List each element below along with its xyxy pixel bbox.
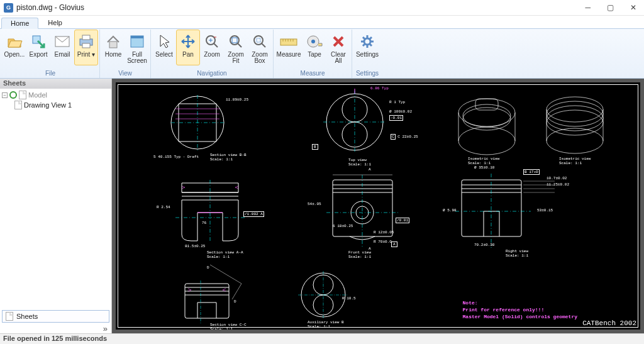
view-aux-b: R 10.5 Auxiliary view B Scale: 1:1	[292, 271, 361, 326]
svg-point-9	[230, 36, 239, 45]
svg-rect-3	[82, 35, 90, 40]
group-label-settings: Settings	[356, 70, 379, 78]
ribbon-group-file: Open... Export Email Print ▾ File	[1, 30, 100, 78]
minimize-button[interactable]: ─	[581, 2, 594, 13]
page-icon	[19, 91, 26, 99]
pan-button[interactable]: Pan	[176, 30, 200, 65]
zoombox-icon	[253, 32, 267, 51]
tree-root-label: Model	[28, 91, 47, 99]
dim: R 12±0.05	[374, 230, 394, 235]
window-title: piston.dwg - Glovius	[16, 3, 581, 12]
open-label: Open...	[4, 52, 25, 64]
zoombox-button[interactable]: Zoom Box	[248, 30, 272, 65]
fullscreen-label: Full Screen	[127, 52, 147, 64]
svg-text:D: D	[207, 265, 209, 270]
svg-rect-4	[82, 43, 90, 48]
sidebar-tab-label: Sheets	[16, 313, 38, 320]
export-label: Export	[30, 52, 48, 64]
svg-point-17	[10, 92, 16, 98]
settings-button[interactable]: Settings	[353, 30, 381, 65]
view-caption: Section view A-A Scale: 1:1	[207, 250, 243, 259]
arrow-label: A	[369, 167, 371, 172]
dim: R 70±0.0	[374, 240, 392, 244]
svg-rect-12	[257, 38, 260, 42]
view-section-aa: R 2.54 76 81.5±0.25 /1.002 A Section vie…	[163, 174, 264, 251]
view-iso: Isometric view Scale: 1:1 Isometric view…	[449, 87, 613, 162]
zoombox-label: Zoom Box	[252, 52, 268, 64]
dim: 11.25±0.02	[547, 182, 569, 187]
tab-home[interactable]: Home	[1, 18, 38, 29]
sidebar-tab-sheets[interactable]: Sheets	[2, 310, 109, 323]
email-icon	[55, 32, 70, 51]
sidebar: Sheets − Model Drawing View 1 Sheets »	[0, 79, 112, 333]
svg-point-11	[254, 36, 263, 45]
ribbon: Open... Export Email Print ▾ File	[0, 28, 644, 79]
view-caption: Section view B-B Scale: 1:1	[210, 153, 247, 162]
dim: R 10.5	[342, 296, 356, 301]
dim: 54±.05	[308, 202, 321, 206]
print-label: Print ▾	[77, 52, 95, 64]
open-button[interactable]: Open...	[3, 30, 26, 65]
tab-help[interactable]: Help	[38, 17, 72, 28]
drawing-canvas[interactable]: 11.89±0.25 5 40.155 Typ - Draft Section …	[116, 82, 640, 330]
view-caption: Isometric view Scale: 1:1	[559, 157, 591, 165]
close-button[interactable]: ✕	[626, 2, 640, 13]
view-top: 6.86 Typ R 1 Typ Ø 100±0.02 -0.01 C C 22…	[317, 87, 405, 162]
zoom-icon	[205, 32, 219, 51]
group-label-file: File	[45, 70, 55, 78]
sidebar-expand[interactable]: »	[0, 324, 111, 333]
view-right: Ø 35±0.10 B 17+0 10.7±0.02 11.25±0.02 Ø …	[443, 167, 569, 254]
clear-icon	[332, 32, 345, 51]
maximize-button[interactable]: ▢	[603, 2, 618, 13]
settings-label: Settings	[356, 52, 379, 64]
email-button[interactable]: Email	[50, 30, 74, 65]
view-section-cc: DD Section view C-C Scale: 1:1	[172, 265, 254, 330]
fullscreen-icon	[130, 32, 144, 51]
print-button[interactable]: Print ▾	[74, 30, 98, 65]
tape-button[interactable]: Tape	[303, 30, 326, 65]
dim: 10.7±0.02	[547, 176, 567, 180]
view-front: A 54±.05 6 18±0.25 R 12±0.05 R 70±0.0 /0…	[317, 167, 411, 254]
pan-label: Pan	[182, 52, 194, 64]
canvas-wrap: 11.89±0.25 5 40.155 Typ - Draft Section …	[112, 79, 644, 333]
tree[interactable]: − Model Drawing View 1	[0, 89, 111, 309]
export-button[interactable]: Export	[26, 30, 50, 65]
ribbon-group-view: Home Full Screen View	[100, 30, 151, 78]
view-caption: Front view Scale: 1:1	[348, 250, 371, 259]
ribbon-group-navigation: Select Pan Zoom Zoom Fit Zoom Bo	[151, 30, 274, 78]
tape-icon	[307, 32, 322, 51]
dim: 76	[202, 221, 206, 225]
svg-point-24	[463, 104, 511, 127]
dim: 6 18±0.25	[333, 224, 353, 228]
measure-button[interactable]: Measure	[275, 30, 303, 65]
drawing-note: Note: Print for reference only!!! Master…	[463, 299, 577, 320]
zoomfit-button[interactable]: Zoom Fit	[224, 30, 248, 65]
dim: 81.5±0.25	[185, 244, 205, 248]
select-button[interactable]: Select	[152, 30, 176, 65]
clearall-button[interactable]: Clear All	[326, 30, 350, 65]
group-label-view: View	[118, 70, 132, 78]
view-section-bb: 11.89±0.25 5 40.155 Typ - Draft Section …	[166, 90, 248, 161]
svg-rect-38	[185, 284, 229, 318]
drawing-brand: CATBench 2002	[582, 319, 636, 327]
tree-root[interactable]: − Model	[2, 90, 109, 100]
svg-rect-7	[131, 36, 143, 38]
view-caption: Section view C-C Scale: 1:1	[210, 323, 247, 330]
dim: 6.86 Typ	[370, 86, 389, 91]
model-icon	[9, 91, 17, 99]
ribbon-tabs: Home Help	[0, 16, 644, 28]
home-label: Home	[105, 52, 122, 64]
dim: Ø 35±0.10	[474, 165, 494, 170]
clearall-label: Clear All	[331, 52, 346, 64]
collapse-icon[interactable]: −	[2, 92, 8, 98]
open-icon	[7, 32, 22, 51]
group-label-nav: Navigation	[197, 70, 226, 78]
dim: R 1 Typ	[389, 100, 405, 104]
zoom-button[interactable]: Zoom	[200, 30, 224, 65]
fullscreen-button[interactable]: Full Screen	[125, 30, 149, 65]
dim: C C 22±0.25	[391, 135, 418, 139]
home-button[interactable]: Home	[101, 30, 125, 65]
tree-child[interactable]: Drawing View 1	[2, 100, 109, 110]
datum: B	[312, 144, 318, 150]
print-icon	[78, 32, 94, 51]
